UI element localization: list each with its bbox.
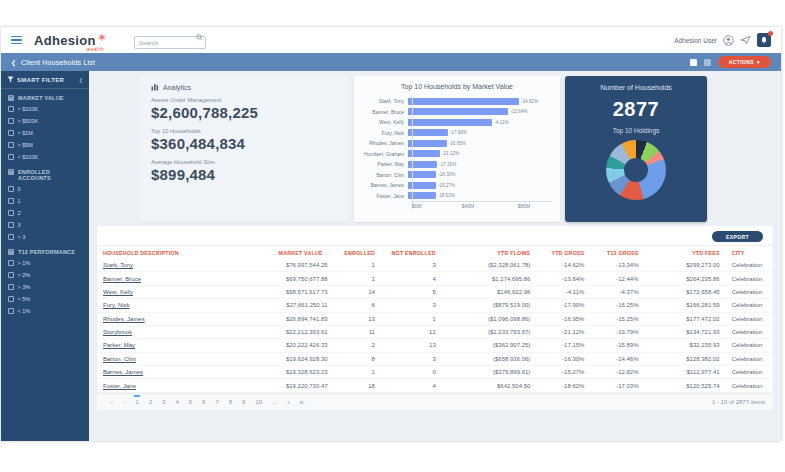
bar[interactable] <box>408 182 436 189</box>
household-link[interactable]: Barnes, James <box>103 369 143 375</box>
filter-section-header[interactable]: −T12 PERFORMANCE <box>1 243 89 257</box>
column-header[interactable]: T12 GROSS <box>590 246 644 259</box>
back-icon[interactable]: ❮ <box>11 59 16 66</box>
page-number[interactable]: 3 <box>161 395 166 408</box>
checkbox-icon[interactable] <box>8 186 14 192</box>
bar[interactable] <box>408 140 447 147</box>
household-link[interactable]: Parker, May <box>103 342 135 348</box>
filter-option[interactable]: 3 <box>1 219 89 231</box>
column-header[interactable]: CITY <box>726 246 773 259</box>
checkbox-icon[interactable] <box>8 106 14 112</box>
household-link[interactable]: Stark, Tony <box>103 262 133 268</box>
page-number[interactable]: 7 <box>214 395 219 408</box>
checkbox-icon[interactable] <box>8 210 14 216</box>
checkbox-icon[interactable] <box>8 272 14 278</box>
page-number[interactable]: 4 <box>174 395 179 408</box>
table-cell: Celebration <box>726 259 773 272</box>
page-number[interactable]: 2 <box>148 395 153 408</box>
filter-option[interactable]: > $1M <box>1 127 89 139</box>
bar[interactable] <box>408 150 440 157</box>
checkbox-icon[interactable] <box>8 130 14 136</box>
filter-section-header[interactable]: −MARKET VALUE <box>1 89 89 103</box>
collapse-checkbox-icon[interactable]: − <box>8 95 14 101</box>
bar-category-label: Barnes, James <box>362 182 408 188</box>
grid-view-icon[interactable] <box>704 59 711 66</box>
filter-option[interactable]: > $500K <box>1 115 89 127</box>
household-link[interactable]: Fury, Nick <box>103 302 130 308</box>
page-number[interactable]: 6 <box>201 395 206 408</box>
filter-option[interactable]: < 1% <box>1 305 89 317</box>
first-page-icon[interactable]: « <box>109 395 114 408</box>
hamburger-menu-icon[interactable] <box>11 36 22 45</box>
bar[interactable] <box>408 119 492 126</box>
column-header[interactable]: MARKET VALUE↓ <box>239 246 334 259</box>
household-link[interactable]: Storybrook <box>103 329 132 335</box>
checkbox-icon[interactable] <box>8 118 14 124</box>
sort-down-icon[interactable]: ↓ <box>325 250 328 256</box>
metric-label: Assets Under Management <box>151 97 337 103</box>
page-number[interactable]: 9 <box>241 395 246 408</box>
table-cell: Stark, Tony <box>97 259 239 272</box>
actions-button[interactable]: ACTIONS ▾ <box>718 56 771 68</box>
user-avatar-icon[interactable] <box>723 35 734 46</box>
checkbox-icon[interactable] <box>8 198 14 204</box>
collapse-checkbox-icon[interactable]: − <box>8 169 14 175</box>
page-number[interactable]: 1 <box>134 395 139 408</box>
checkbox-icon[interactable] <box>8 142 14 148</box>
column-header[interactable]: YTD GROSS <box>536 246 590 259</box>
filter-option[interactable]: 2 <box>1 207 89 219</box>
filter-option[interactable]: > 5% <box>1 293 89 305</box>
filter-section-header[interactable]: −ENROLLED ACCOUNTS <box>1 163 89 183</box>
bar[interactable] <box>408 171 436 178</box>
household-link[interactable]: Banner, Bruce <box>103 276 141 282</box>
checkbox-icon[interactable] <box>8 308 14 314</box>
household-link[interactable]: Barton, Clint <box>103 356 136 362</box>
main-content: Analytics Assets Under Management$2,600,… <box>89 71 781 441</box>
column-header[interactable]: NOT ENROLLED <box>381 246 442 259</box>
filter-option[interactable]: > 3 <box>1 231 89 243</box>
column-header[interactable]: YTD FEES <box>645 246 726 259</box>
bar[interactable] <box>408 108 508 115</box>
household-link[interactable]: Foster, Jane <box>103 383 136 389</box>
checkbox-icon[interactable] <box>8 222 14 228</box>
filter-option[interactable]: > 2% <box>1 269 89 281</box>
checkbox-icon[interactable] <box>8 296 14 302</box>
bar[interactable] <box>408 98 519 105</box>
checkbox-icon[interactable] <box>8 260 14 266</box>
last-page-icon[interactable]: » <box>298 395 304 409</box>
filter-option[interactable]: > 3% <box>1 281 89 293</box>
send-icon[interactable] <box>740 35 751 45</box>
column-header[interactable]: ENROLLED <box>334 246 381 259</box>
page-number[interactable]: 8 <box>228 395 233 408</box>
bar[interactable] <box>408 161 437 168</box>
notifications-button[interactable] <box>757 33 771 47</box>
filter-option[interactable]: > $100K <box>1 103 89 115</box>
search-icon[interactable] <box>196 34 203 41</box>
checkbox-icon[interactable] <box>8 154 14 160</box>
column-header[interactable]: HOUSEHOLD DESCRIPTION <box>97 246 239 259</box>
export-button[interactable]: EXPORT <box>712 231 763 242</box>
column-header[interactable]: YTD FLOWS <box>442 246 537 259</box>
filter-option[interactable]: 1 <box>1 195 89 207</box>
save-view-icon[interactable] <box>690 59 697 66</box>
table-cell: -15.27% <box>536 366 590 379</box>
bar[interactable] <box>408 192 436 199</box>
filter-option[interactable]: < $100K <box>1 151 89 163</box>
checkbox-icon[interactable] <box>8 284 14 290</box>
checkbox-icon[interactable] <box>8 234 14 240</box>
page-number[interactable]: 10 <box>254 395 263 408</box>
collapse-checkbox-icon[interactable]: − <box>8 249 14 255</box>
household-link[interactable]: Rhodes, James <box>103 316 145 322</box>
bar[interactable] <box>408 129 448 136</box>
filter-option[interactable]: > 1% <box>1 257 89 269</box>
next-page-icon[interactable]: › <box>286 395 290 409</box>
table-cell: ($658,936.06) <box>442 352 537 365</box>
table-cell: $19,328,623.23 <box>239 366 334 379</box>
filter-option[interactable]: 0 <box>1 183 89 195</box>
sidebar-collapse-icon[interactable]: ❮ <box>79 77 83 83</box>
page-number[interactable]: ... <box>271 395 278 408</box>
prev-page-icon[interactable]: ‹ <box>122 395 126 408</box>
household-link[interactable]: West, Kelly <box>103 289 133 295</box>
filter-option[interactable]: > $5M <box>1 139 89 151</box>
page-number[interactable]: 5 <box>188 395 193 408</box>
